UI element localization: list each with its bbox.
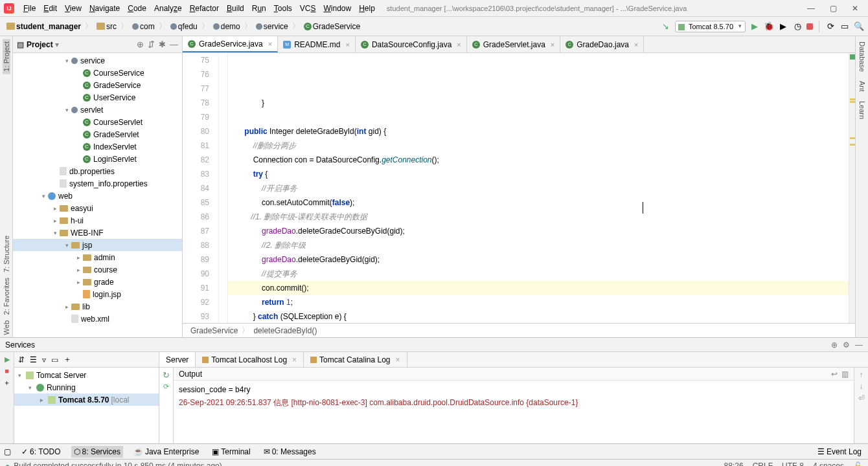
down-icon[interactable]: ↓ [860,382,863,391]
tree-node-course[interactable]: ▸course [13,263,182,276]
crumb-demo[interactable]: demo [211,22,243,31]
expand-all-icon[interactable]: ⇵ [148,39,155,49]
tree-node-webxml[interactable]: web.xml [13,313,182,325]
learn-tool-button[interactable]: Learn [858,98,866,122]
tree-node-webinf[interactable]: ▾WEB-INF [13,227,182,239]
services-node-tomcat[interactable]: ▾Tomcat Server [14,369,159,381]
warn-marker[interactable] [850,137,855,139]
profile-button[interactable]: ◷ [792,21,803,32]
fold-gutter[interactable] [219,53,228,323]
tab-datasourceconfig[interactable]: CDataSourceConfig.java× [356,36,467,52]
tab-readme[interactable]: MREADME.md× [278,36,356,52]
expand-icon[interactable]: ⇵ [18,355,25,364]
todo-tool-button[interactable]: ✓ 6: TODO [19,446,63,458]
coverage-button[interactable]: ▶ [778,21,788,32]
crumb-class[interactable]: GradeService [190,326,238,335]
java-ee-tool-button[interactable]: ☕ Java Enterprise [131,446,201,458]
close-tab-icon[interactable]: × [457,41,461,49]
tool-windows-icon[interactable]: ▢ [4,447,11,456]
tab-gradeservlet[interactable]: CGradeServlet.java× [467,36,560,52]
add-icon[interactable]: ＋ [63,354,71,365]
services-tab-server[interactable]: Server [159,352,196,367]
services-tab-catalina-log[interactable]: Tomcat Catalina Log× [304,352,407,367]
up-icon[interactable]: ↑ [860,370,863,379]
tree-node-web[interactable]: ▾web [13,190,182,202]
add-service-icon[interactable]: ＋ [3,378,12,387]
event-log-button[interactable]: ☰ Event Log [815,446,864,458]
run-config-select[interactable]: Tomcat 8.5.70 [675,21,746,32]
ant-tool-button[interactable]: Ant [858,78,866,94]
menu-help[interactable]: Help [355,2,379,15]
run-button[interactable]: ▶ [749,21,760,32]
menu-analyze[interactable]: Analyze [150,2,186,15]
tree-node-jsp[interactable]: ▾jsp [13,239,182,251]
services-tab-localhost-log[interactable]: Tomcat Localhost Log× [196,352,304,367]
menu-file[interactable]: File [19,2,40,15]
tree-node-grade[interactable]: ▸grade [13,276,182,288]
stop-button[interactable] [806,23,813,30]
menu-view[interactable]: View [61,2,86,15]
warn-marker[interactable] [850,101,855,103]
rerun-icon[interactable]: ▶ [3,355,12,364]
terminal-tool-button[interactable]: ▣ Terminal [209,446,253,458]
menu-tools[interactable]: Tools [270,2,296,15]
hide-panel-icon[interactable]: — [170,39,178,49]
web-tool-button[interactable]: Web [3,318,10,337]
tree-node-gradeservlet[interactable]: CGradeServlet [13,128,182,140]
code-content[interactable]: } public Integer deleteGradeById(int gid… [228,53,849,323]
settings-icon[interactable]: ✱ [159,39,166,49]
tree-node-lib[interactable]: ▸lib [13,300,182,313]
crumb-src[interactable]: src [94,22,119,31]
services-tree[interactable]: ▾Tomcat Server ▾Running ▸Tomcat 8.5.70 [… [14,368,159,443]
crumb-qfedu[interactable]: qfedu [168,22,200,31]
menu-build[interactable]: Build [223,2,248,15]
tree-node-dbprops[interactable]: db.properties [13,165,182,177]
services-settings-icon[interactable]: ⊕ [831,340,838,350]
file-encoding[interactable]: UTF-8 [782,461,804,467]
close-tab-icon[interactable]: × [268,40,272,48]
indent-setting[interactable]: 4 spaces [813,461,844,467]
messages-tool-button[interactable]: ✉ 0: Messages [261,446,319,458]
project-tool-button[interactable]: 1: Project [3,39,10,74]
wrap-toggle-icon[interactable]: ⏎ [858,394,865,403]
search-everywhere-icon[interactable]: 🔍 [854,21,864,32]
view-icon[interactable]: ▭ [51,355,58,364]
close-tab-icon[interactable]: × [634,41,638,49]
menu-code[interactable]: Code [124,2,150,15]
git-history-icon[interactable]: ▭ [839,21,850,32]
tree-node-hui[interactable]: ▸h-ui [13,214,182,227]
tree-node-admin[interactable]: ▸admin [13,251,182,263]
menu-refactor[interactable]: Refactor [186,2,223,15]
maximize-button[interactable]: ▢ [828,3,838,14]
tree-node-loginjsp[interactable]: login.jsp [13,288,182,300]
build-icon[interactable]: ↘ [661,21,671,32]
warn-marker[interactable] [850,98,855,100]
close-tab-icon[interactable]: × [396,355,400,364]
menu-navigate[interactable]: Navigate [86,2,124,15]
readonly-lock-icon[interactable]: 🔓 [853,461,863,467]
favorites-tool-button[interactable]: 2: Favorites [3,275,10,317]
warn-marker[interactable] [850,144,855,146]
services-tool-button[interactable]: ⬡ 8: Services [71,446,123,458]
close-tab-icon[interactable]: × [292,355,297,364]
debug-button[interactable]: 🐞 [764,21,774,32]
project-view-select[interactable]: ▤ [17,40,24,49]
close-window-button[interactable]: ✕ [850,3,860,14]
group-icon[interactable]: ☰ [30,355,37,364]
tree-node-servlet[interactable]: ▾servlet [13,104,182,116]
menu-vcs[interactable]: VCS [296,2,320,15]
tab-gradedao[interactable]: CGradeDao.java× [560,36,644,52]
crumb-class[interactable]: C GradeService [301,22,363,31]
stop-server-icon[interactable]: ■ [3,366,12,375]
close-tab-icon[interactable]: × [346,41,350,49]
tree-node-loginservlet[interactable]: CLoginServlet [13,153,182,165]
menu-window[interactable]: Window [319,2,355,15]
update-icon[interactable]: ⟳ [162,382,171,391]
git-update-icon[interactable]: ⟳ [825,21,836,32]
tree-node-easyui[interactable]: ▸easyui [13,202,182,214]
crumb-com[interactable]: com [130,22,157,31]
minimize-button[interactable]: — [806,3,816,14]
services-node-instance[interactable]: ▸Tomcat 8.5.70 [local [14,394,159,406]
tab-gradeservice[interactable]: CGradeService.java× [183,36,278,52]
scroll-icon[interactable]: ▥ [841,370,849,379]
